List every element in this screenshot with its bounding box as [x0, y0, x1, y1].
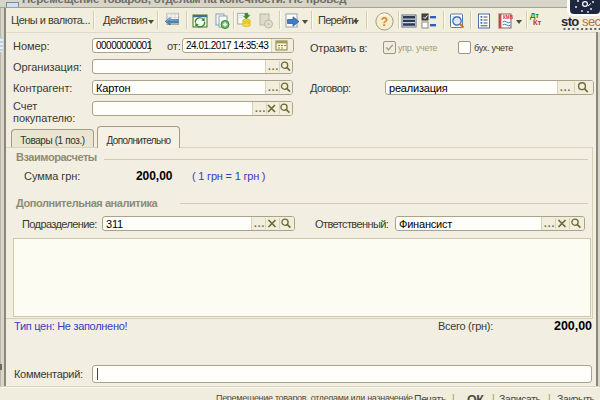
svg-text:sto: sto [561, 14, 579, 29]
svg-text:sec: sec [582, 14, 600, 29]
svg-text:?: ? [381, 15, 388, 29]
svg-text:КМВ: КМВ [503, 15, 513, 20]
